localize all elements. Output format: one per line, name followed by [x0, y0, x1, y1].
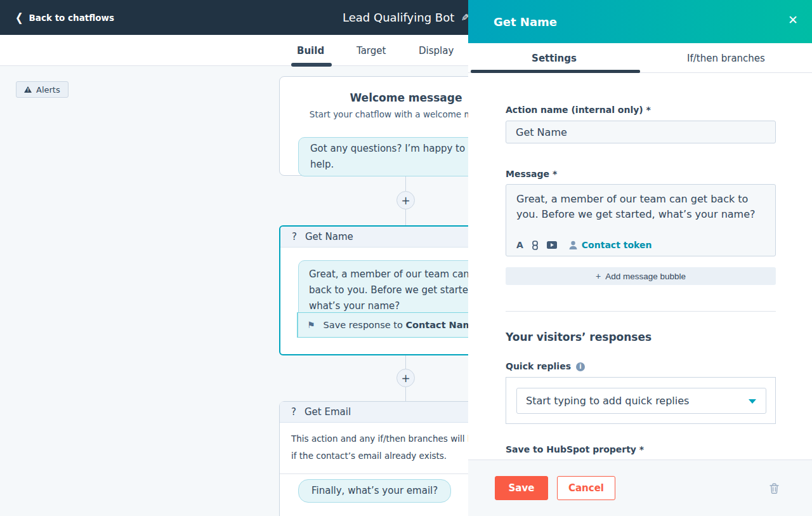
quick-replies-label: Quick repliesi: [506, 361, 585, 371]
text-format-icon[interactable]: A: [516, 240, 523, 250]
panel-header: Get Name ✕: [468, 0, 812, 43]
warning-icon: [24, 86, 32, 93]
add-message-bubble-button[interactable]: + Add message bubble: [506, 267, 776, 285]
panel-tabs: Settings If/then branches: [468, 43, 812, 73]
get-email-node-title: Get Email: [304, 406, 351, 418]
action-name-input[interactable]: [506, 121, 776, 143]
person-icon: [569, 241, 577, 249]
tab-display[interactable]: Display: [419, 35, 454, 66]
plus-icon: +: [596, 271, 601, 281]
active-tab-underline: [291, 63, 332, 67]
trash-icon[interactable]: [769, 483, 779, 496]
back-to-chatflows-link[interactable]: ❮ Back to chatflows: [15, 0, 114, 35]
tab-target[interactable]: Target: [357, 35, 386, 66]
panel-body: Action name (internal only) * Message * …: [468, 73, 812, 460]
alerts-button[interactable]: Alerts: [16, 81, 69, 98]
responses-heading: Your visitors’ responses: [506, 331, 652, 343]
question-icon: ?: [292, 231, 297, 242]
panel-footer: Save Cancel: [468, 460, 812, 516]
flag-icon: ⚑: [307, 320, 315, 330]
save-property-label: Save to HubSpot property *: [506, 444, 644, 454]
welcome-message-bubble: Got any questions? I’m happy to help.: [298, 137, 483, 176]
close-icon[interactable]: ✕: [788, 13, 798, 27]
add-message-bubble-label: Add message bubble: [605, 272, 686, 281]
panel-title: Get Name: [494, 15, 557, 29]
back-label: Back to chatflows: [29, 13, 114, 23]
page-title: Lead Qualifying Bot: [343, 0, 454, 35]
alerts-label: Alerts: [36, 85, 60, 95]
chevron-left-icon: ❮: [15, 11, 23, 25]
video-icon[interactable]: [547, 241, 557, 249]
add-action-button[interactable]: +: [396, 191, 415, 209]
panel-tab-ifthen-branches[interactable]: If/then branches: [640, 43, 812, 73]
quick-replies-input[interactable]: Start typing to add quick replies: [516, 388, 766, 414]
message-text[interactable]: Great, a member of our team can get back…: [506, 185, 775, 222]
message-label: Message *: [506, 169, 557, 179]
save-button[interactable]: Save: [495, 476, 548, 500]
cancel-button[interactable]: Cancel: [557, 476, 615, 500]
quick-replies-placeholder: Start typing to add quick replies: [526, 395, 689, 407]
contact-token-button[interactable]: Contact token: [569, 240, 652, 250]
add-action-button[interactable]: +: [396, 369, 415, 387]
chevron-down-icon: [749, 399, 756, 404]
composer-toolbar: A Contact token: [516, 240, 652, 250]
action-name-label: Action name (internal only) *: [506, 105, 651, 115]
question-icon: ?: [291, 406, 296, 418]
chatflow-builder: ❮ Back to chatflows Lead Qualifying Bot …: [0, 0, 812, 516]
info-icon[interactable]: i: [576, 362, 585, 371]
tab-build[interactable]: Build: [297, 35, 324, 66]
action-settings-panel: Get Name ✕ Settings If/then branches Act…: [468, 0, 812, 516]
contact-token-label: Contact token: [582, 240, 652, 250]
get-email-message-bubble: Finally, what’s your email?: [298, 479, 451, 503]
message-composer[interactable]: Great, a member of our team can get back…: [506, 184, 776, 256]
save-response-text: Save response to Contact Name: [324, 320, 479, 330]
get-name-node-title: Get Name: [305, 231, 353, 242]
quick-replies-box: Start typing to add quick replies: [506, 377, 776, 424]
panel-tab-settings[interactable]: Settings: [468, 43, 640, 73]
link-icon[interactable]: [532, 241, 539, 250]
section-divider: [506, 311, 776, 312]
